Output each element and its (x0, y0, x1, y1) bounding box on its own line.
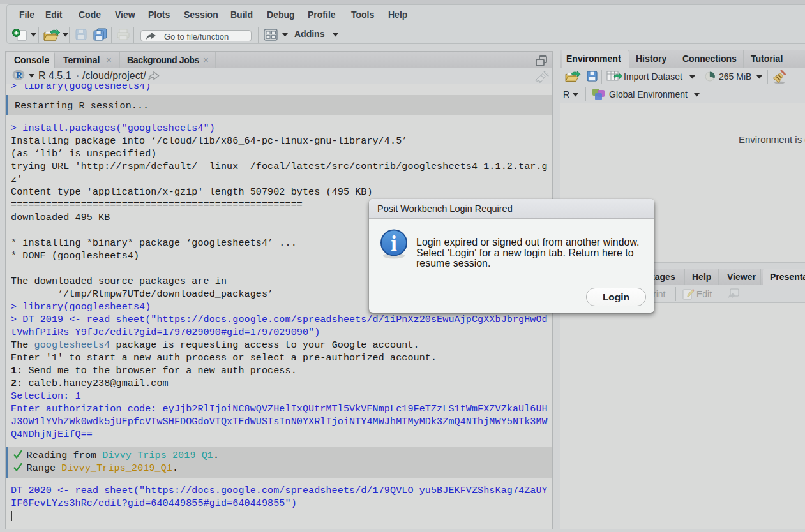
svg-text:i: i (391, 232, 396, 255)
svg-text:R: R (16, 71, 23, 80)
